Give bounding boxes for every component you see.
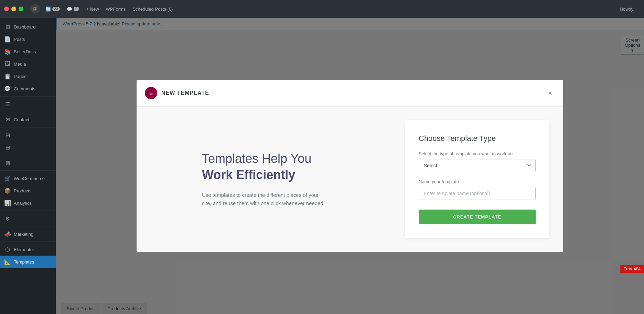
modal-title: NEW TEMPLATE — [161, 90, 209, 96]
sidebar-label-pages: Pages — [14, 74, 26, 79]
analytics-icon: 📊 — [4, 200, 11, 206]
modal-body: Templates Help You Work Efficiently Use … — [137, 106, 563, 252]
wpforms-label: WPForms — [106, 7, 126, 12]
modal-logo-icon: ≡ — [149, 90, 153, 97]
sidebar-item-contact[interactable]: ✉ Contact — [0, 113, 56, 126]
products-icon: 📦 — [4, 187, 11, 194]
sidebar-divider-4 — [0, 155, 56, 155]
sidebar: ⊞ Dashboard 📄 Posts 📚 BetterDocs 🖼 Media… — [0, 18, 56, 314]
select-label: Select the type of template you want to … — [419, 151, 536, 156]
modal-right-section: Choose Template Type Select the type of … — [391, 106, 563, 252]
sidebar-item-posts[interactable]: 📄 Posts — [0, 33, 56, 45]
sidebar-divider-1 — [0, 96, 56, 97]
modal-left-section: Templates Help You Work Efficiently Use … — [137, 106, 391, 252]
sidebar-divider-2 — [0, 112, 56, 112]
template-type-group: Select the type of template you want to … — [419, 151, 536, 172]
comments-button[interactable]: 💬 0 — [64, 5, 82, 13]
sidebar-label-analytics: Analytics — [14, 201, 32, 206]
modal-left-content: Templates Help You Work Efficiently Use … — [202, 151, 326, 208]
icon3-icon: ⊠ — [4, 159, 11, 166]
sidebar-label-products: Products — [14, 188, 31, 193]
contact-icon: ✉ — [4, 116, 11, 123]
sidebar-label-templates: Templates — [14, 259, 34, 265]
modal-close-button[interactable]: × — [545, 88, 555, 99]
sidebar-item-marketing[interactable]: 📣 Marketing — [0, 228, 56, 240]
scheduled-label: Scheduled Posts (0) — [132, 7, 173, 12]
sidebar-item-icon3[interactable]: ⊠ — [0, 157, 56, 169]
sidebar-item-elementor[interactable]: ⬡ Elementor — [0, 243, 56, 256]
traffic-lights — [4, 7, 23, 11]
update-count: 23 — [52, 7, 60, 11]
template-name-input[interactable] — [419, 187, 536, 200]
content-area: WordPress 5.7.2 is available! Please upd… — [56, 18, 644, 314]
updates-icon: 🔄 — [45, 7, 51, 12]
comments-sidebar-icon: 💬 — [4, 85, 11, 92]
sidebar-item-pages[interactable]: 📋 Pages — [0, 70, 56, 82]
sidebar-label-contact: Contact — [14, 117, 29, 122]
templates-icon: 📐 — [4, 258, 11, 265]
scheduled-posts-button[interactable]: Scheduled Posts (0) — [130, 5, 175, 13]
template-name-group: Name your template — [419, 179, 536, 200]
comments-icon: 💬 — [67, 7, 72, 12]
sidebar-item-dashboard[interactable]: ⊞ Dashboard — [0, 21, 56, 33]
error-badge: Error 404 — [620, 265, 644, 273]
icon1-icon: ⊟ — [4, 132, 11, 138]
marketing-icon: 📣 — [4, 231, 11, 237]
sidebar-divider-6 — [0, 211, 56, 211]
pages-icon: 📋 — [4, 73, 11, 80]
dashboard-icon: ⊞ — [4, 23, 11, 30]
modal-heading: Templates Help You Work Efficiently — [202, 151, 326, 183]
sidebar-item-templates[interactable]: 📐 Templates — [0, 256, 56, 268]
template-form: Choose Template Type Select the type of … — [405, 120, 549, 238]
howdy-text: Howdy, — [620, 7, 640, 12]
icon2-icon: ⊞ — [4, 144, 11, 151]
updates-button[interactable]: 🔄 23 — [43, 5, 63, 13]
sidebar-label-marketing: Marketing — [14, 232, 33, 237]
modal-header: ≡ NEW TEMPLATE × — [137, 80, 563, 106]
sidebar-label-media: Media — [14, 61, 26, 67]
admin-bar: 🔄 23 💬 0 + New WPForms Scheduled Posts (… — [43, 5, 617, 13]
sidebar-item-products[interactable]: 📦 Products — [0, 184, 56, 197]
new-button[interactable]: + New — [83, 5, 101, 13]
sidebar-divider-3 — [0, 127, 56, 127]
sidebar-label-dashboard: Dashboard — [14, 24, 36, 30]
betterdocs-icon: 📚 — [4, 48, 11, 55]
sidebar-item-forms[interactable]: ☰ — [0, 98, 56, 110]
minimize-button[interactable] — [11, 7, 16, 11]
sidebar-divider-8 — [0, 242, 56, 242]
comment-count: 0 — [74, 7, 79, 11]
modal-overlay[interactable]: ≡ NEW TEMPLATE × Templates Help You Work… — [56, 18, 644, 314]
settings-icon: ⚙ — [4, 215, 11, 222]
sidebar-item-icon2[interactable]: ⊞ — [0, 141, 56, 154]
sidebar-divider-7 — [0, 226, 56, 226]
name-label: Name your template — [419, 179, 536, 184]
sidebar-item-media[interactable]: 🖼 Media — [0, 58, 56, 70]
sidebar-item-analytics[interactable]: 📊 Analytics — [0, 197, 56, 209]
template-type-select[interactable]: Select... Page Section Single Post Singl… — [419, 159, 536, 172]
form-heading: Choose Template Type — [419, 134, 536, 143]
modal-description: Use templates to create the different pi… — [202, 191, 326, 208]
new-template-modal: ≡ NEW TEMPLATE × Templates Help You Work… — [137, 80, 563, 252]
sidebar-label-comments: Comments — [14, 86, 35, 91]
sidebar-item-woocommerce[interactable]: 🛒 WooCommerce — [0, 172, 56, 184]
sidebar-label-posts: Posts — [14, 37, 25, 42]
maximize-button[interactable] — [19, 7, 23, 11]
sidebar-label-woocommerce: WooCommerce — [14, 176, 45, 181]
wp-logo-icon: ⊞ — [30, 4, 40, 14]
modal-heading-bold: Work Efficiently — [202, 168, 295, 182]
posts-icon: 📄 — [4, 36, 11, 43]
forms-icon: ☰ — [4, 101, 11, 108]
woocommerce-icon: 🛒 — [4, 175, 11, 182]
close-button[interactable] — [4, 7, 9, 11]
elementor-icon: ⬡ — [4, 246, 11, 253]
sidebar-item-comments[interactable]: 💬 Comments — [0, 82, 56, 95]
title-bar: ⊞ 🔄 23 💬 0 + New WPForms Scheduled Posts… — [0, 0, 644, 18]
create-template-button[interactable]: CREATE TEMPLATE — [419, 210, 536, 224]
media-icon: 🖼 — [4, 60, 11, 67]
sidebar-item-betterdocs[interactable]: 📚 BetterDocs — [0, 45, 56, 58]
sidebar-item-settings[interactable]: ⚙ — [0, 212, 56, 225]
elementor-modal-logo: ≡ — [145, 87, 157, 99]
sidebar-item-icon1[interactable]: ⊟ — [0, 129, 56, 141]
sidebar-label-elementor: Elementor — [14, 247, 34, 252]
wpforms-button[interactable]: WPForms — [103, 5, 129, 13]
